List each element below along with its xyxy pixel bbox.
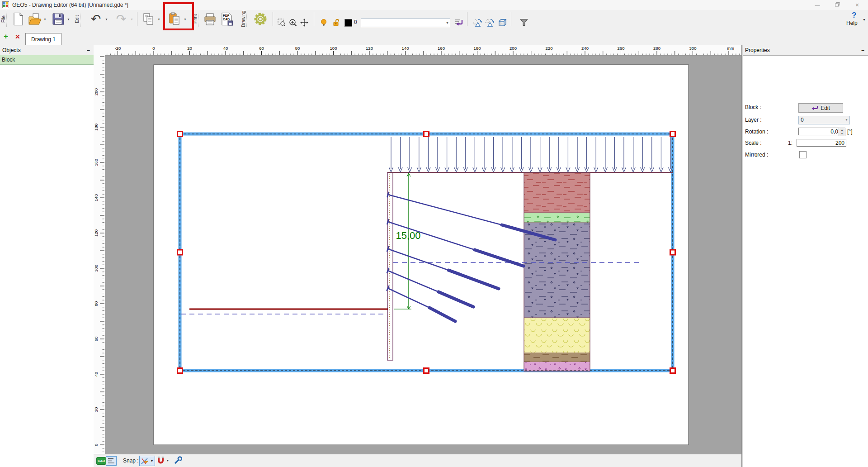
magnet-snap-button[interactable]: [157, 456, 165, 466]
drawing-viewport[interactable]: 15,00: [105, 55, 741, 454]
svg-text:200: 200: [509, 46, 517, 51]
svg-text:60: 60: [259, 46, 264, 51]
block-edit-label: Edit: [821, 105, 830, 111]
file-menu-label[interactable]: File: [1, 11, 7, 27]
snap-label: Snap :: [123, 457, 139, 464]
print-menu-label[interactable]: Print: [193, 11, 198, 27]
svg-text:180: 180: [474, 46, 481, 51]
move-objects-button[interactable]: [484, 18, 495, 27]
scale-input[interactable]: [797, 139, 846, 147]
box-3d-icon: [498, 18, 507, 27]
zoom-window-button[interactable]: [277, 18, 287, 27]
open-file-dropdown[interactable]: ▼: [42, 10, 47, 28]
redo-button[interactable]: ↷: [113, 10, 129, 28]
close-button[interactable]: ✕: [847, 0, 867, 10]
close-tab-button[interactable]: ✕: [15, 33, 20, 40]
redo-dropdown[interactable]: ▼: [129, 10, 134, 28]
drawing-menu-label[interactable]: Drawing: [241, 11, 247, 27]
spinner-down-icon[interactable]: ▼: [839, 132, 845, 135]
svg-text:PDF: PDF: [223, 14, 230, 17]
restore-button[interactable]: [827, 0, 847, 10]
new-file-button[interactable]: [11, 10, 25, 28]
line-style-indicator[interactable]: [106, 456, 117, 466]
pdf-cad-icon: PDF CAD: [221, 12, 234, 26]
save-file-button[interactable]: [51, 10, 66, 28]
svg-text:80: 80: [94, 301, 99, 306]
layer-visibility-button[interactable]: [319, 18, 328, 27]
layer-combobox[interactable]: 0 ▼: [798, 116, 850, 124]
save-file-dropdown[interactable]: ▼: [66, 10, 71, 28]
objects-panel-title: Objects: [2, 47, 21, 53]
drawing-svg[interactable]: 15,00: [105, 55, 741, 454]
property-row-rotation: Rotation : ▲ ▼ [°]: [743, 128, 868, 136]
app-window: GEO5 - Drawing Editor (64 bit) [Unnamed.…: [0, 0, 868, 467]
spinner-up-icon[interactable]: ▲: [839, 128, 845, 132]
objects-panel-header: Objects –: [0, 45, 94, 56]
magnet-caret[interactable]: ▼: [165, 456, 170, 465]
mirrored-checkbox[interactable]: [799, 151, 807, 158]
filter-button[interactable]: [519, 18, 529, 27]
snap-mode-icon: [141, 457, 149, 465]
rotation-input[interactable]: [798, 128, 840, 135]
magnet-icon: [157, 456, 165, 465]
help-label[interactable]: Help: [846, 20, 858, 26]
insert-block-icon: [454, 19, 463, 27]
svg-text:160: 160: [94, 159, 99, 166]
open-folder-icon: [28, 13, 42, 25]
help-icon[interactable]: ?: [852, 11, 856, 20]
help-caret-icon[interactable]: ▼: [863, 18, 866, 21]
print-button[interactable]: [203, 10, 218, 28]
open-file-button[interactable]: [27, 10, 42, 28]
layer-caret-icon: ▼: [845, 116, 848, 124]
pen-color-swatch[interactable]: [344, 19, 352, 27]
vertical-ruler: 200180160140120100806040200: [94, 55, 105, 454]
combobox-caret-icon: ▼: [446, 19, 449, 26]
properties-panel-title: Properties: [745, 47, 770, 53]
object-item-label: Block: [2, 57, 15, 63]
drawing-canvas-area[interactable]: -200204060801001201401601802002202402602…: [94, 45, 741, 454]
svg-text:-20: -20: [115, 46, 121, 51]
selection-handle: [178, 368, 183, 373]
svg-text:260: 260: [618, 46, 625, 51]
objects-minimize-button[interactable]: –: [87, 45, 90, 55]
horizontal-ruler: -200204060801001201401601802002202402602…: [105, 45, 741, 56]
snap-mode-button[interactable]: [139, 456, 150, 466]
paste-button[interactable]: [166, 10, 183, 28]
undo-button[interactable]: ↶: [88, 10, 104, 28]
scale-label: Scale :: [745, 140, 762, 146]
pen-color-index: 0: [354, 19, 357, 25]
rotation-spinner[interactable]: ▲ ▼: [839, 128, 845, 136]
copy-objects-button[interactable]: [472, 18, 482, 27]
layer-lock-button[interactable]: [332, 18, 341, 27]
undo-dropdown[interactable]: ▼: [104, 10, 109, 28]
snap-mode-caret[interactable]: ▼: [149, 456, 155, 466]
tab-drawing-1[interactable]: Drawing 1: [25, 33, 61, 45]
snap-settings-button[interactable]: [174, 456, 182, 466]
paste-dropdown[interactable]: ▼: [183, 10, 188, 28]
svg-text:120: 120: [94, 229, 99, 237]
export-pdf-cad-button[interactable]: PDF CAD: [220, 10, 235, 28]
pan-button[interactable]: [299, 18, 309, 27]
svg-text:200: 200: [94, 88, 99, 95]
zoom-in-button[interactable]: [288, 18, 298, 27]
zoom-in-icon: [289, 19, 297, 27]
block-3d-button[interactable]: [497, 18, 508, 27]
pen-style-combobox[interactable]: ▼: [361, 19, 450, 27]
add-tab-button[interactable]: +: [4, 32, 8, 41]
objects-list-item-block[interactable]: Block: [0, 55, 94, 65]
svg-text:80: 80: [295, 46, 300, 51]
tab-bar: + ✕ Drawing 1: [0, 28, 868, 46]
properties-minimize-button[interactable]: –: [861, 45, 864, 55]
insert-block-button[interactable]: [454, 18, 464, 27]
copy-dropdown[interactable]: ▼: [156, 10, 161, 28]
settings-button[interactable]: [252, 10, 269, 28]
main-toolbar: File ▼ ▼ Edit ↶ ▼ ↷: [0, 10, 868, 29]
property-row-mirrored: Mirrored :: [743, 151, 868, 159]
retaining-wall: [387, 172, 393, 360]
edit-menu-label[interactable]: Edit: [75, 11, 80, 27]
minimize-button[interactable]: —: [807, 0, 827, 10]
svg-text:0: 0: [94, 443, 99, 446]
cad-mode-badge[interactable]: CAD: [96, 457, 106, 465]
block-edit-button[interactable]: Edit: [798, 103, 843, 113]
copy-button[interactable]: [141, 10, 156, 28]
